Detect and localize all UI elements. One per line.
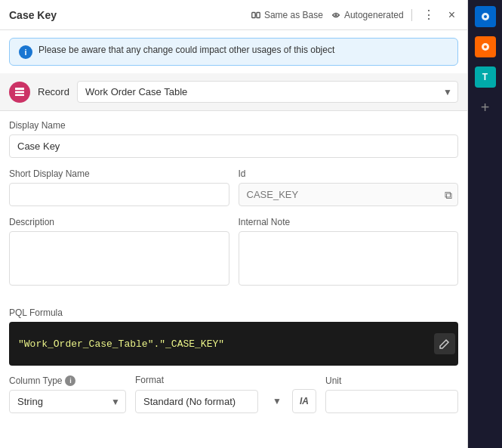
header-actions: Same as Base Autogenerated ⋮ × bbox=[251, 6, 458, 23]
pql-edit-button[interactable] bbox=[434, 333, 455, 354]
format-type-button[interactable]: IA bbox=[292, 389, 316, 413]
sidebar-blue-button[interactable] bbox=[475, 6, 496, 27]
sidebar-teal-button[interactable]: T bbox=[475, 66, 496, 88]
autogenerated-button[interactable]: Autogenerated bbox=[331, 10, 404, 20]
format-wrapper: Standard (No format) ▼ IA bbox=[135, 389, 316, 413]
sidebar-orange-button[interactable] bbox=[475, 36, 496, 57]
copy-icon[interactable]: ⧉ bbox=[445, 188, 452, 201]
id-input-wrapper: ⧉ bbox=[239, 183, 459, 206]
internal-note-group: Internal Note bbox=[239, 217, 459, 288]
info-icon: i bbox=[19, 45, 32, 59]
display-name-input[interactable] bbox=[9, 134, 458, 158]
format-group: Format Standard (No format) ▼ IA bbox=[135, 375, 316, 413]
autogenerated-icon bbox=[331, 10, 341, 20]
short-display-name-input[interactable] bbox=[9, 183, 229, 206]
format-type-icon: IA bbox=[300, 396, 309, 406]
description-input[interactable] bbox=[9, 231, 229, 286]
column-type-info-icon[interactable]: i bbox=[65, 375, 75, 386]
page-title: Case Key bbox=[9, 9, 251, 21]
sidebar-orange-icon bbox=[480, 42, 491, 52]
description-group: Description bbox=[9, 217, 229, 288]
sidebar-blue-icon bbox=[480, 11, 491, 22]
same-as-base-icon bbox=[251, 10, 261, 20]
column-type-select[interactable]: String bbox=[9, 390, 126, 413]
record-select-wrapper: Work Order Case Table ▼ bbox=[77, 81, 458, 103]
pql-section: PQL Formula "Work_Order_Case_Table"."_CA… bbox=[0, 307, 467, 375]
short-id-row: Short Display Name Id ⧉ bbox=[9, 168, 458, 206]
column-type-label-row: Column Type i bbox=[9, 375, 126, 386]
short-display-name-group: Short Display Name bbox=[9, 168, 229, 206]
display-name-label: Display Name bbox=[9, 120, 458, 131]
id-input[interactable] bbox=[239, 183, 459, 206]
unit-input[interactable] bbox=[325, 390, 458, 413]
svg-rect-5 bbox=[15, 94, 24, 96]
pql-editor[interactable]: "Work_Order_Case_Table"."_CASE_KEY" bbox=[9, 322, 458, 366]
more-options-button[interactable]: ⋮ bbox=[420, 6, 438, 23]
close-button[interactable]: × bbox=[445, 7, 458, 23]
unit-label: Unit bbox=[325, 375, 458, 386]
display-name-group: Display Name bbox=[9, 120, 458, 158]
svg-rect-4 bbox=[15, 91, 24, 93]
form-section: Display Name Short Display Name Id ⧉ Des… bbox=[0, 111, 467, 307]
header: Case Key Same as Base Autogenerated ⋮ × bbox=[0, 0, 467, 30]
record-row: Record Work Order Case Table ▼ bbox=[0, 73, 467, 111]
same-as-base-button[interactable]: Same as Base bbox=[251, 10, 323, 20]
id-label: Id bbox=[239, 168, 459, 179]
column-type-label: Column Type bbox=[9, 375, 62, 386]
sidebar-teal-label: T bbox=[482, 72, 488, 82]
sidebar-add-button[interactable]: + bbox=[475, 97, 496, 118]
main-panel: Case Key Same as Base Autogenerated ⋮ × bbox=[0, 0, 468, 448]
right-sidebar: T + bbox=[468, 0, 502, 448]
unit-group: Unit bbox=[325, 375, 458, 413]
svg-point-7 bbox=[484, 15, 487, 18]
format-select[interactable]: Standard (No format) bbox=[135, 390, 258, 413]
pql-wrapper: "Work_Order_Case_Table"."_CASE_KEY" bbox=[9, 322, 458, 366]
column-type-wrapper: String ▼ bbox=[9, 390, 126, 413]
internal-note-input[interactable] bbox=[239, 231, 459, 286]
info-banner: i Please be aware that any change could … bbox=[9, 38, 458, 66]
bottom-section: Column Type i String ▼ Format Standard (… bbox=[0, 375, 467, 422]
column-type-group: Column Type i String ▼ bbox=[9, 375, 126, 413]
pql-value: "Work_Order_Case_Table"."_CASE_KEY" bbox=[18, 338, 224, 350]
plus-icon: + bbox=[481, 99, 490, 116]
format-label: Format bbox=[135, 375, 316, 385]
record-table-icon bbox=[14, 86, 26, 98]
svg-rect-1 bbox=[257, 12, 260, 17]
pencil-icon bbox=[439, 338, 450, 349]
short-display-name-label: Short Display Name bbox=[9, 168, 229, 179]
svg-rect-3 bbox=[15, 88, 24, 90]
id-group: Id ⧉ bbox=[239, 168, 459, 206]
record-icon bbox=[9, 82, 30, 103]
format-chevron-icon: ▼ bbox=[273, 396, 282, 406]
svg-rect-0 bbox=[252, 12, 255, 17]
record-select[interactable]: Work Order Case Table bbox=[77, 81, 458, 103]
internal-note-label: Internal Note bbox=[239, 217, 459, 227]
header-divider bbox=[411, 9, 412, 21]
record-label: Record bbox=[38, 86, 69, 97]
column-format-unit-row: Column Type i String ▼ Format Standard (… bbox=[9, 375, 458, 413]
svg-point-9 bbox=[484, 45, 487, 48]
desc-note-row: Description Internal Note bbox=[9, 217, 458, 288]
pql-formula-label: PQL Formula bbox=[9, 307, 458, 318]
description-label: Description bbox=[9, 217, 229, 227]
